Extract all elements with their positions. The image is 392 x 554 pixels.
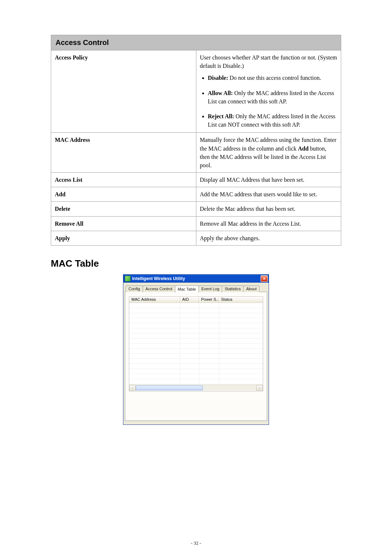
label-remove-all: Remove All bbox=[51, 216, 196, 231]
row-access-list: Access List Display all MAC Address that… bbox=[51, 173, 341, 187]
desc-apply: Apply the above changes. bbox=[196, 231, 341, 245]
tab-mac-table[interactable]: Mac Table bbox=[175, 286, 199, 292]
mac-table-heading: MAC Table bbox=[51, 258, 341, 269]
tab-event-log[interactable]: Event Log bbox=[199, 286, 222, 292]
close-icon: × bbox=[263, 276, 265, 281]
col-status[interactable]: Status bbox=[219, 297, 263, 303]
scroll-right-button[interactable]: › bbox=[256, 385, 263, 391]
tab-config[interactable]: Config bbox=[126, 286, 143, 292]
chevron-right-icon: › bbox=[259, 386, 260, 390]
opt-desc: Do not use this access control function. bbox=[230, 75, 321, 81]
window-title: Intelligent Wireless Utility bbox=[132, 276, 261, 281]
label-mac-address: MAC Address bbox=[51, 133, 196, 173]
horizontal-scrollbar[interactable]: ‹ › bbox=[129, 385, 263, 391]
access-policy-option: Reject All: Only the MAC address listed … bbox=[208, 112, 338, 129]
col-mac-address[interactable]: MAC Address bbox=[129, 297, 180, 303]
opt-name: Reject All: bbox=[208, 113, 234, 119]
page-number: - 32 - bbox=[0, 540, 392, 546]
col-power-s[interactable]: Power S... bbox=[199, 297, 219, 303]
desc-remove-all: Remove all Mac address in the Access Lis… bbox=[196, 216, 341, 231]
label-access-list: Access List bbox=[51, 173, 196, 187]
tab-about[interactable]: About bbox=[243, 286, 260, 292]
dialog-screenshot: Intelligent Wireless Utility × Config Ac… bbox=[51, 274, 341, 425]
titlebar: Intelligent Wireless Utility × bbox=[123, 275, 269, 283]
tab-strip: Config Access Control Mac Table Event Lo… bbox=[125, 285, 267, 292]
opt-name: Disable: bbox=[208, 75, 228, 81]
listview-header: MAC Address AID Power S... Status bbox=[129, 297, 263, 303]
row-mac-address: MAC Address Manually force the MAC addre… bbox=[51, 133, 341, 173]
row-apply: Apply Apply the above changes. bbox=[51, 231, 341, 245]
row-access-policy: Access Policy User chooses whether AP st… bbox=[51, 50, 341, 133]
desc-add: Add the MAC address that users would lik… bbox=[196, 187, 341, 202]
row-add: Add Add the MAC address that users would… bbox=[51, 187, 341, 202]
desc-access-policy: User chooses whether AP start the functi… bbox=[196, 50, 341, 133]
desc-access-list: Display all MAC Address that have been s… bbox=[196, 173, 341, 187]
label-delete: Delete bbox=[51, 202, 196, 216]
table-section-header: Access Control bbox=[51, 35, 341, 50]
desc-delete: Delete the Mac address that has been set… bbox=[196, 202, 341, 216]
access-policy-option: Allow All: Only the MAC address listed i… bbox=[208, 89, 338, 106]
mac-table-listview[interactable]: MAC Address AID Power S... Status bbox=[129, 296, 263, 391]
desc-mac-address: Manually force the MAC address using the… bbox=[196, 133, 341, 173]
label-add: Add bbox=[51, 187, 196, 202]
listview-body[interactable] bbox=[129, 303, 263, 385]
col-aid[interactable]: AID bbox=[180, 297, 199, 303]
dialog-body: Config Access Control Mac Table Event Lo… bbox=[123, 283, 269, 424]
page: Access Control Access Policy User choose… bbox=[0, 0, 392, 554]
row-remove-all: Remove All Remove all Mac address in the… bbox=[51, 216, 341, 231]
opt-name: Allow All: bbox=[208, 90, 233, 96]
tab-access-control[interactable]: Access Control bbox=[143, 286, 175, 292]
scroll-thumb[interactable] bbox=[136, 385, 203, 390]
access-control-table: Access Control Access Policy User choose… bbox=[51, 35, 341, 246]
close-button[interactable]: × bbox=[261, 275, 268, 282]
tab-panel: MAC Address AID Power S... Status bbox=[125, 292, 267, 421]
label-apply: Apply bbox=[51, 231, 196, 245]
access-policy-option: Disable: Do not use this access control … bbox=[208, 74, 338, 82]
tab-statistics[interactable]: Statistics bbox=[222, 286, 244, 292]
access-policy-intro: User chooses whether AP start the functi… bbox=[200, 53, 338, 70]
chevron-left-icon: ‹ bbox=[132, 386, 133, 390]
scroll-left-button[interactable]: ‹ bbox=[129, 385, 136, 391]
wireless-utility-window: Intelligent Wireless Utility × Config Ac… bbox=[123, 274, 269, 425]
app-icon bbox=[125, 276, 131, 282]
mac-desc-bold: Add bbox=[298, 145, 309, 152]
row-delete: Delete Delete the Mac address that has b… bbox=[51, 202, 341, 216]
scroll-track[interactable] bbox=[136, 385, 256, 391]
label-access-policy: Access Policy bbox=[51, 50, 196, 133]
